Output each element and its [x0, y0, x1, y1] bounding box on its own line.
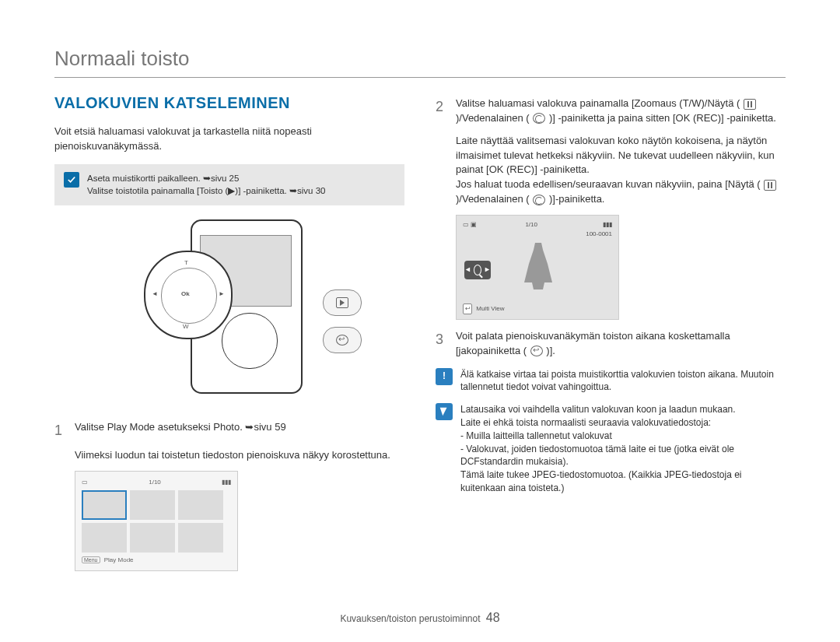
warning-text: Älä katkaise virtaa tai poista muistikor… [460, 368, 786, 395]
right-column: 2 Valitse haluamasi valokuva painamalla … [436, 92, 786, 571]
step-2: 2 Valitse haluamasi valokuva painamalla … [436, 96, 786, 126]
multi-view-label: Multi View [476, 305, 504, 312]
photo-silhouette [523, 243, 554, 289]
note-l5: Tämä laite tukee JPEG-tiedostomuotoa. (K… [460, 468, 786, 495]
step2-frag-b: )/Vedenalainen ( [456, 112, 530, 124]
dpad-ok-label: Ok [181, 289, 190, 299]
step2-frag-a: Valitse haluamasi valokuva painamalla [Z… [456, 97, 740, 109]
dpad-left-label: ◄ [152, 289, 158, 299]
footer-section: Kuvauksen/toiston perustoiminnot [340, 613, 480, 624]
thumbnail-grid [82, 490, 231, 553]
play-button-icon [323, 289, 362, 316]
note-l2: Laite ei ehkä toista normaalisti seuraav… [460, 416, 786, 430]
step-number-3: 3 [436, 329, 448, 359]
warning-callout: Älä katkaise virtaa tai poista muistikor… [436, 368, 786, 395]
display-icon [744, 99, 756, 110]
step-2-sub1: Laite näyttää valitsemasi valokuvan koko… [456, 134, 786, 178]
step-2-text: Valitse haluamasi valokuva painamalla [Z… [456, 96, 786, 126]
note-l4: - Valokuvat, joiden tiedostomuotoa tämä … [460, 443, 786, 469]
note-l3: - Muilla laitteilla tallennetut valokuva… [460, 430, 786, 443]
step2-frag-c: )] -painiketta ja paina sitten [OK (REC)… [549, 112, 776, 124]
zoom-control-icon: ◄► [464, 261, 491, 279]
step3b: )]. [546, 345, 555, 356]
single-mode-icon: ▭ ▣ [463, 220, 477, 238]
left-column: VALOKUVIEN KATSELEMINEN Voit etsiä halua… [54, 92, 404, 571]
step3a: Voit palata pienoiskuvanäkymän toiston a… [456, 330, 730, 356]
precheck-icon [64, 172, 79, 188]
thumbnail [178, 523, 223, 553]
step-1-subtext: Viimeksi luodun tai toistetun tiedoston … [75, 448, 404, 463]
page-footer: Kuvauksen/toiston perustoiminnot 48 [0, 611, 840, 625]
thumb-footer: Menu Play Mode [82, 556, 231, 565]
dpad-top-label: T [184, 258, 188, 268]
note-l1: Latausaika voi vaihdella valitun valokuv… [460, 403, 786, 416]
step-2-sub2: Jos haluat tuoda edellisen/seuraavan kuv… [456, 177, 786, 207]
single-counter: 1/10 [525, 220, 537, 238]
two-column-layout: VALOKUVIEN KATSELEMINEN Voit etsiä halua… [54, 92, 786, 571]
thumbnail-screen: ▭ 1/10 ▮▮▮ Menu Play Mode [75, 471, 238, 571]
single-bottombar: ↩ Multi View [463, 303, 505, 314]
share-chip-icon: ↩ [463, 303, 472, 314]
dpad-large: T W Ok ◄ ► [144, 251, 233, 339]
precheck-text: Aseta muistikortti paikalleen. ➥sivu 25 … [87, 172, 325, 198]
note-icon [436, 403, 453, 420]
note-text: Latausaika voi vaihdella valitun valokuv… [460, 403, 786, 495]
thumbnail [130, 490, 175, 520]
thumb-battery-icon: ▮▮▮ [222, 478, 231, 487]
single-view-screen: ▭ ▣ 1/10 ▮▮▮ 100-0001 ◄► ↩ Multi View [456, 215, 619, 320]
display-icon [764, 180, 776, 191]
note-callout: Latausaika voi vaihdella valitun valokuv… [436, 403, 786, 495]
step-3: 3 Voit palata pienoiskuvanäkymän toiston… [436, 329, 786, 359]
step-1-text: Valitse Play Mode asetukseksi Photo. ➥si… [75, 420, 286, 440]
precheck-box: Aseta muistikortti paikalleen. ➥sivu 25 … [54, 164, 404, 205]
underwater-icon [533, 113, 545, 124]
dpad-right-label: ► [219, 289, 225, 299]
step-1: 1 Valitse Play Mode asetukseksi Photo. ➥… [54, 420, 404, 440]
menu-chip: Menu [82, 556, 100, 563]
step-3-text: Voit palata pienoiskuvanäkymän toiston a… [456, 329, 786, 359]
step2e: Jos haluat tuoda edellisen/seuraavan kuv… [456, 178, 761, 190]
step2f: )/Vedenalainen ( [456, 193, 530, 205]
step-number-2: 2 [436, 96, 448, 126]
intro-text: Voit etsiä haluamasi valokuvat ja tarkas… [54, 125, 404, 154]
dpad-small [222, 313, 278, 369]
page-title: Normaali toisto [54, 47, 786, 71]
share-button-icon [323, 327, 362, 353]
thumbnail [178, 490, 223, 520]
single-file-number: 100-0001 [586, 230, 612, 237]
thumb-counter: 1/10 [149, 478, 161, 487]
step-number-1: 1 [54, 420, 67, 440]
section-heading: VALOKUVIEN KATSELEMINEN [54, 92, 404, 114]
device-illustration: T W Ok ◄ ► [97, 219, 362, 406]
side-buttons [323, 289, 362, 364]
thumb-topbar: ▭ 1/10 ▮▮▮ [82, 478, 231, 487]
horizontal-rule [54, 77, 786, 78]
warning-icon [436, 368, 453, 385]
underwater-icon [533, 195, 545, 205]
page-number: 48 [486, 611, 500, 624]
step2g: )]-painiketta. [549, 193, 605, 205]
share-icon [530, 346, 543, 356]
thumbnail [130, 523, 175, 553]
thumb-mode-icon: ▭ [82, 478, 88, 487]
single-topbar: ▭ ▣ 1/10 ▮▮▮ 100-0001 [463, 220, 612, 238]
thumb-footer-label: Play Mode [104, 556, 134, 563]
precheck-line1: Aseta muistikortti paikalleen. ➥sivu 25 [87, 172, 325, 185]
single-battery-icon: ▮▮▮ [603, 221, 612, 228]
thumbnail [82, 523, 127, 553]
dpad-bottom-label: W [183, 322, 189, 332]
precheck-line2: Valitse toistotila painamalla [Toisto (▶… [87, 184, 325, 198]
thumbnail-selected [82, 490, 127, 520]
